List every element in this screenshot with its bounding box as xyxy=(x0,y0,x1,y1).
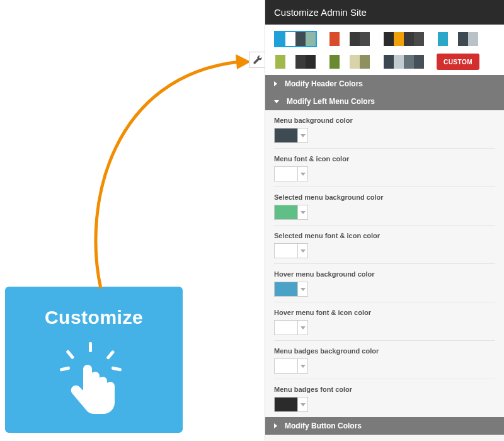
palette-swatch xyxy=(340,32,350,46)
color-dropdown-button[interactable] xyxy=(298,397,308,412)
palette-swatch xyxy=(360,55,370,69)
color-field: Menu background color xyxy=(274,110,495,149)
color-dropdown-button[interactable] xyxy=(298,358,308,374)
palette-swatch xyxy=(285,55,295,69)
palette-option-2[interactable] xyxy=(382,31,425,47)
section-button-toggle[interactable]: Modify Button Colors xyxy=(265,417,504,435)
palette-swatch xyxy=(340,55,350,69)
color-swatch xyxy=(274,320,298,335)
svg-rect-0 xyxy=(89,342,92,352)
palette-swatch xyxy=(306,32,316,46)
color-swatch xyxy=(274,243,298,258)
color-field: Selected menu background color xyxy=(274,187,495,226)
color-field-label: Selected menu background color xyxy=(274,193,495,201)
color-field-label: Hover menu background color xyxy=(274,270,495,278)
color-field-label: Menu background color xyxy=(274,117,495,124)
color-picker[interactable] xyxy=(274,358,495,374)
palette-swatch xyxy=(360,32,370,46)
color-picker[interactable] xyxy=(274,397,495,412)
customize-card[interactable]: Customize xyxy=(5,287,183,433)
palette-swatch xyxy=(295,55,306,69)
palette-swatch xyxy=(350,55,360,69)
palette-swatch xyxy=(384,55,394,69)
color-picker[interactable] xyxy=(274,243,495,258)
color-picker[interactable] xyxy=(274,205,495,220)
chevron-right-icon xyxy=(274,423,277,428)
color-swatch xyxy=(274,358,298,374)
color-swatch xyxy=(274,166,298,181)
chevron-down-icon xyxy=(301,211,306,214)
palette-swatch xyxy=(295,32,306,46)
svg-rect-4 xyxy=(112,366,122,371)
section-header-colors: Modify Header Colors xyxy=(265,75,504,93)
palette-swatch xyxy=(275,55,285,69)
palette-grid: CUSTOM xyxy=(265,25,504,75)
palette-swatch xyxy=(384,32,394,46)
color-field: Selected menu font & icon color xyxy=(274,226,495,264)
color-field-label: Menu badges background color xyxy=(274,347,495,355)
palette-swatch xyxy=(448,32,458,46)
color-dropdown-button[interactable] xyxy=(298,282,308,297)
color-dropdown-button[interactable] xyxy=(298,320,308,335)
palette-option-4[interactable] xyxy=(274,54,317,70)
color-swatch xyxy=(274,282,298,297)
color-field-label: Menu badges font color xyxy=(274,386,495,393)
palette-swatch xyxy=(394,32,404,46)
color-picker[interactable] xyxy=(274,320,495,335)
chevron-down-icon xyxy=(301,365,306,368)
color-field: Menu font & icon color xyxy=(274,149,495,187)
color-field: Menu badges background color xyxy=(274,341,495,379)
color-dropdown-button[interactable] xyxy=(298,166,308,181)
color-dropdown-button[interactable] xyxy=(298,128,308,143)
palette-option-6[interactable] xyxy=(382,54,425,70)
palette-swatch xyxy=(329,55,340,69)
palette-option-0[interactable] xyxy=(274,31,317,47)
section-header-label: Modify Header Colors xyxy=(285,79,363,88)
color-swatch xyxy=(274,128,298,143)
palette-swatch xyxy=(414,32,424,46)
customize-panel: Customize Admin Site CUSTOM Modify Heade… xyxy=(265,0,504,441)
color-picker[interactable] xyxy=(274,128,495,143)
palette-swatch xyxy=(306,55,316,69)
customize-panel-toggle[interactable] xyxy=(249,52,265,68)
color-picker[interactable] xyxy=(274,166,495,181)
wrench-icon xyxy=(253,55,262,64)
palette-custom-button[interactable]: CUSTOM xyxy=(437,54,479,70)
section-button-colors: Modify Button Colors xyxy=(265,417,504,435)
chevron-down-icon xyxy=(301,134,306,137)
palette-swatch xyxy=(404,55,414,69)
palette-swatch xyxy=(404,32,414,46)
chevron-down-icon xyxy=(301,173,306,176)
color-field: Menu badges font color xyxy=(274,379,495,417)
palette-option-5[interactable] xyxy=(328,54,371,70)
palette-swatch xyxy=(458,32,468,46)
svg-rect-3 xyxy=(60,366,71,371)
color-dropdown-button[interactable] xyxy=(298,205,308,220)
color-field-label: Selected menu font & icon color xyxy=(274,232,495,239)
palette-swatch xyxy=(350,32,360,46)
svg-rect-1 xyxy=(66,350,74,359)
annotation-arrow xyxy=(76,38,265,315)
palette-swatch xyxy=(329,32,340,46)
color-picker[interactable] xyxy=(274,282,495,297)
section-leftmenu-label: Modify Left Menu Colors xyxy=(287,97,375,106)
color-field: Hover menu font & icon color xyxy=(274,302,495,341)
palette-swatch xyxy=(394,55,404,69)
section-header-toggle[interactable]: Modify Header Colors xyxy=(265,75,504,93)
palette-swatch xyxy=(468,32,478,46)
palette-option-1[interactable] xyxy=(328,31,371,47)
chevron-right-icon xyxy=(274,81,277,86)
color-dropdown-button[interactable] xyxy=(298,243,308,258)
chevron-down-icon xyxy=(301,403,306,406)
palette-swatch xyxy=(438,32,448,46)
section-leftmenu-body: Menu background colorMenu font & icon co… xyxy=(265,110,504,417)
panel-title: Customize Admin Site xyxy=(265,0,504,25)
section-leftmenu-colors: Modify Left Menu Colors Menu background … xyxy=(265,93,504,417)
palette-swatch xyxy=(275,32,285,46)
tap-hand-icon xyxy=(56,342,132,424)
color-swatch xyxy=(274,205,298,220)
section-leftmenu-toggle[interactable]: Modify Left Menu Colors xyxy=(265,93,504,110)
palette-option-3[interactable] xyxy=(437,31,479,47)
chevron-down-icon xyxy=(274,100,279,103)
color-field: Hover menu background color xyxy=(274,264,495,302)
